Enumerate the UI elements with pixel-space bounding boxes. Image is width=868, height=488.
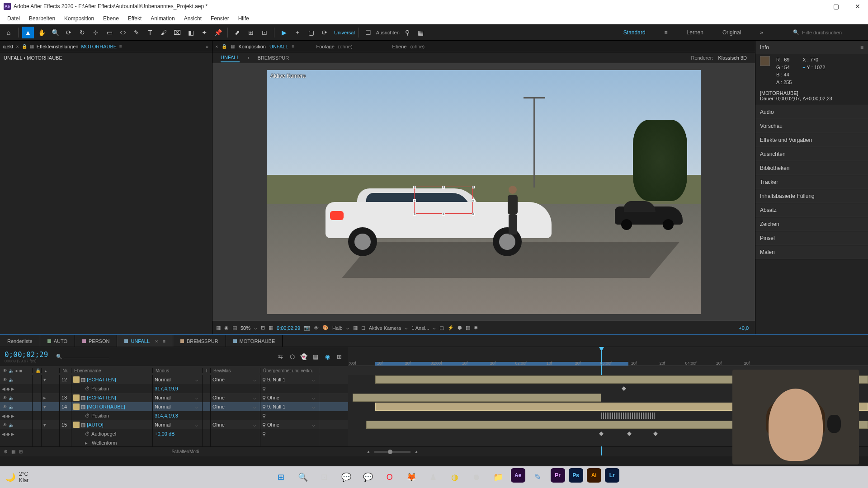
camera-dropdown[interactable]: Aktive Kamera — [369, 325, 401, 331]
toggle-parent-icon[interactable]: ⊞ — [19, 449, 23, 454]
current-timecode[interactable]: 0;00;02;29 — [5, 350, 48, 359]
shy-col-icon[interactable]: ⬥ — [44, 368, 47, 373]
illustrator-taskbar[interactable]: Ai — [587, 468, 601, 483]
fx-tab-label[interactable]: Effekteinstellungen — [37, 44, 79, 49]
comp-lock-icon[interactable]: 🔒 — [222, 44, 227, 49]
info-menu-icon[interactable]: ≡ — [860, 44, 863, 51]
exposure-value[interactable]: +0,0 — [739, 325, 749, 331]
close-button[interactable]: ✕ — [851, 3, 864, 10]
home-tool[interactable]: ⌂ — [3, 27, 14, 38]
views-dd-arrow[interactable]: ⌵ — [433, 325, 436, 331]
alpha-toggle-icon[interactable]: ▦ — [216, 325, 221, 331]
project-tab-close[interactable]: × — [16, 44, 19, 49]
menu-komposition[interactable]: Komposition — [60, 14, 99, 23]
panel-ausrichten[interactable]: Ausrichten — [755, 147, 868, 161]
subtab-unfall[interactable]: UNFALL — [221, 53, 240, 62]
res-dropdown[interactable]: Halb — [332, 325, 343, 331]
grid-icon[interactable]: ▦ — [269, 325, 273, 331]
frameblend-icon[interactable]: ▤ — [311, 352, 320, 361]
local-axis-icon[interactable]: ⬈ — [231, 27, 243, 38]
shy-icon[interactable]: 👻 — [299, 352, 308, 361]
col-t[interactable]: T — [203, 368, 211, 373]
photoshop-taskbar[interactable]: Ps — [569, 468, 583, 483]
windows-taskbar[interactable]: 🌙 2°C Klar ⊞ 🔍 ⊡ 💬 💬 O 🦊 ♟ ◍ ⏺ 📁 Ae ✎ Pr… — [0, 466, 868, 488]
after-effects-taskbar[interactable]: Ae — [511, 468, 525, 483]
rect-tool[interactable]: ▭ — [104, 27, 115, 38]
pickwhip-icon[interactable]: ⚲ — [262, 431, 266, 437]
comp-tab-menu[interactable]: ≡ — [292, 44, 295, 49]
col-name[interactable]: Ebenenname — [71, 368, 153, 373]
panel-audio[interactable]: Audio — [755, 105, 868, 119]
col-trk[interactable]: BewMas — [211, 368, 260, 373]
minimize-button[interactable]: — — [807, 3, 821, 10]
maximize-button[interactable]: ▢ — [829, 3, 843, 10]
ellipse-tool[interactable]: ⬭ — [117, 27, 129, 38]
panel-effekte[interactable]: Effekte und Vorgaben — [755, 133, 868, 147]
motionblur-icon[interactable]: ◉ — [323, 352, 332, 361]
align-check[interactable]: ☐ — [363, 27, 374, 38]
rotate-tool[interactable]: ↻ — [76, 27, 88, 38]
puppet-tool[interactable]: 📌 — [212, 27, 224, 38]
time-ruler[interactable]: :00f 10f 20f 01:00f 10f 20f 02:00f 10f 2… — [348, 347, 868, 366]
panel-overflow[interactable]: » — [206, 44, 208, 49]
autokey-icon[interactable]: ⚲ — [401, 27, 413, 38]
graph-editor-icon[interactable]: ⊞ — [335, 352, 344, 361]
view-axis-icon[interactable]: ⊡ — [259, 27, 270, 38]
tl-tab-person[interactable]: PERSON — [75, 335, 117, 347]
tl-tab-bremsspur[interactable]: BREMSSPUR — [173, 335, 226, 347]
menu-datei[interactable]: Datei — [3, 14, 24, 23]
color-mgmt-icon[interactable]: 🎨 — [322, 325, 329, 331]
lock-icon[interactable]: 🔒 — [22, 44, 27, 49]
snap-toggle[interactable]: ⟳ — [319, 27, 330, 38]
help-search-input[interactable] — [802, 30, 865, 35]
comp-tab-subject[interactable]: UNFALL — [269, 44, 288, 49]
region-icon[interactable]: ◻ — [361, 325, 365, 331]
panel-malen[interactable]: Malen — [755, 245, 868, 259]
timeline-icon[interactable]: ▧ — [466, 325, 470, 331]
panel-pinsel[interactable]: Pinsel — [755, 231, 868, 245]
orbit-tool[interactable]: ⟳ — [63, 27, 75, 38]
tl-tab-motorhaube[interactable]: MOTORHAUBE — [226, 335, 283, 347]
task-view[interactable]: ⊡ — [316, 468, 334, 486]
app-icon-3[interactable]: ✎ — [529, 468, 547, 486]
menu-animation[interactable]: Animation — [146, 14, 179, 23]
anchor-tool[interactable]: ⊹ — [90, 27, 102, 38]
pickwhip-icon[interactable]: ⚲ — [262, 386, 266, 392]
channel-icon[interactable]: ▤ — [232, 325, 237, 331]
transparent-grid-icon[interactable]: ▦ — [353, 325, 358, 331]
menu-ansicht[interactable]: Ansicht — [179, 14, 206, 23]
opera-icon[interactable]: O — [381, 468, 399, 486]
switch-modi[interactable]: Schalter/Modi — [171, 449, 199, 454]
panel-absatz[interactable]: Absatz — [755, 203, 868, 217]
pickwhip-icon[interactable]: ⚲ — [262, 413, 266, 419]
motion-blur-icon[interactable]: ▦ — [415, 27, 427, 38]
workspace-standard[interactable]: Standard — [621, 28, 648, 38]
3d-icon[interactable]: ⬢ — [458, 325, 462, 331]
panel-vorschau[interactable]: Vorschau — [755, 119, 868, 133]
eraser-tool[interactable]: ◧ — [185, 27, 197, 38]
camera-dd-arrow[interactable]: ⌵ — [405, 325, 408, 331]
explorer-icon[interactable]: 📁 — [489, 468, 507, 486]
pixel-aspect-icon[interactable]: ▢ — [439, 325, 444, 331]
firefox-icon[interactable]: 🦊 — [402, 468, 420, 486]
col-parent[interactable]: Übergeordnet und verkn. — [260, 368, 319, 373]
fast-preview-icon[interactable]: ⚡ — [448, 325, 454, 331]
views-dropdown[interactable]: 1 Ansi... — [411, 325, 429, 331]
lock-col-icon[interactable]: 🔒 — [33, 368, 42, 373]
mask-toggle-icon[interactable]: ◉ — [224, 325, 229, 331]
subtab-bremsspur[interactable]: BREMSSPUR — [258, 54, 289, 62]
workspace-lernen[interactable]: Lernen — [684, 28, 706, 38]
app-icon-1[interactable]: ♟ — [424, 468, 442, 486]
type-tool[interactable]: T — [144, 27, 156, 38]
panel-tracker[interactable]: Tracker — [755, 175, 868, 189]
pen-tool[interactable]: ✎ — [131, 27, 142, 38]
comp-tab-label[interactable]: Komposition — [238, 44, 266, 49]
toggle-switches-icon[interactable]: ⚙ — [4, 449, 8, 454]
zoom-level[interactable]: 50% — [241, 325, 250, 331]
panel-inhaltsfuellung[interactable]: Inhaltsbasierte Füllung — [755, 189, 868, 203]
viewer-timecode[interactable]: 0;00;02;29 — [277, 325, 300, 331]
zoom-dropdown[interactable]: ⌵ — [254, 325, 257, 331]
res-dd-arrow[interactable]: ⌵ — [346, 325, 349, 331]
brush-tool[interactable]: 🖌 — [158, 27, 170, 38]
tl-search-icon[interactable]: 🔍 — [56, 354, 62, 359]
